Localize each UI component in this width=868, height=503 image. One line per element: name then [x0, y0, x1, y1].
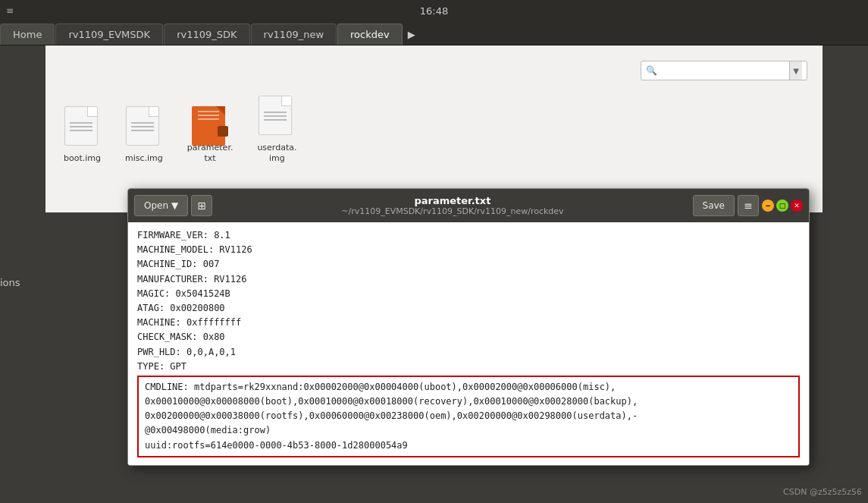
file-icon-misc-img — [126, 106, 162, 149]
editor-content[interactable]: FIRMWARE_VER: 8.1 MACHINE_MODEL: RV1126 … — [128, 222, 809, 465]
search-bar: 🔍 ▼ — [61, 61, 807, 80]
window-controls: − □ ✕ — [762, 200, 803, 212]
editor-line-2: MACHINE_MODEL: RV1126 — [137, 243, 800, 257]
file-item-misc-img[interactable]: misc.img — [122, 103, 166, 167]
tab-rv1109-sdk[interactable]: rv1109_SDK — [164, 24, 249, 45]
file-icon-parameter-txt — [192, 96, 228, 138]
file-label-parameter-txt: parameter.txt — [187, 143, 233, 165]
editor-title-bar: Open ▼ ⊞ parameter.txt ~/rv1109_EVMSDK/r… — [128, 189, 809, 222]
tab-rv1109-evmsdk-label: rv1109_EVMSDK — [68, 29, 150, 40]
save-button[interactable]: Save — [693, 195, 735, 216]
tab-rockdev[interactable]: rockdev — [337, 24, 403, 45]
editor-line-7: MACHINE: 0xffffffff — [137, 316, 800, 330]
file-item-userdata-img[interactable]: userdata.img — [254, 93, 299, 168]
editor-line-1: FIRMWARE_VER: 8.1 — [137, 228, 800, 243]
editor-line-3: MACHINE_ID: 007 — [137, 257, 800, 272]
editor-line-8: CHECK_MASK: 0x80 — [137, 330, 800, 344]
search-icon: 🔍 — [646, 65, 657, 76]
open-button[interactable]: Open ▼ — [134, 195, 188, 216]
maximize-button[interactable]: □ — [776, 200, 788, 212]
tab-rockdev-label: rockdev — [350, 29, 390, 40]
editor-line-10: TYPE: GPT — [137, 360, 800, 374]
menu-button[interactable]: ≡ — [738, 195, 759, 216]
editor-right-toolbar: Save ≡ − □ ✕ — [693, 195, 803, 216]
file-label-boot-img: boot.img — [64, 153, 101, 164]
menu-icon: ≡ — [6, 5, 14, 16]
search-container: 🔍 ▼ — [641, 61, 807, 80]
tab-rv1109-new[interactable]: rv1109_new — [251, 24, 337, 45]
search-dropdown-button[interactable]: ▼ — [789, 61, 802, 80]
watermark: CSDN @z5z5z5z56 — [783, 487, 862, 497]
file-label-userdata-img: userdata.img — [257, 143, 296, 165]
file-item-parameter-txt[interactable]: parameter.txt — [184, 93, 237, 168]
tab-rv1109-new-label: rv1109_new — [264, 29, 324, 40]
title-bar: ≡ 16:48 — [0, 0, 868, 21]
editor-cmdline-4: @0x00498000(media:grow) — [145, 423, 792, 438]
editor-title-section: parameter.txt ~/rv1109_EVMSDK/rv1109_SDK… — [212, 195, 692, 216]
tab-bar: Home rv1109_EVMSDK rv1109_SDK rv1109_new… — [0, 21, 868, 46]
editor-line-9: PWR_HLD: 0,0,A,0,1 — [137, 345, 800, 360]
search-input[interactable] — [660, 65, 789, 76]
minimize-button[interactable]: − — [762, 200, 774, 212]
title-bar-left: ≡ — [6, 5, 14, 16]
tab-rv1109-evmsdk[interactable]: rv1109_EVMSDK — [55, 24, 163, 45]
preview-icon: ⊞ — [197, 200, 206, 212]
editor-cmdline-2: 0x00010000@0x00008000(boot),0x00010000@0… — [145, 395, 792, 409]
file-grid: boot.img misc.img — [61, 93, 807, 168]
editor-line-6: ATAG: 0x00200800 — [137, 301, 800, 316]
open-dropdown-icon: ▼ — [171, 200, 178, 211]
editor-highlighted-section: CMDLINE: mtdparts=rk29xxnand:0x00002000@… — [137, 376, 800, 457]
editor-cmdline-3: 0x00200000@0x00038000(rootfs),0x00060000… — [145, 409, 792, 423]
hamburger-icon: ≡ — [744, 200, 753, 212]
editor-cmdline-5: uuid:rootfs=614e0000-0000-4b53-8000-1d28… — [145, 439, 792, 453]
file-icon-shape — [64, 106, 98, 146]
close-button[interactable]: ✕ — [791, 200, 803, 212]
file-browser: 🔍 ▼ boot.img — [45, 46, 823, 212]
title-bar-time: 16:48 — [420, 5, 448, 17]
editor-filename: parameter.txt — [414, 195, 490, 206]
file-icon-shape — [126, 106, 159, 146]
file-icon-userdata-img — [259, 96, 295, 138]
tab-home-label: Home — [13, 29, 42, 40]
file-item-boot-img[interactable]: boot.img — [61, 103, 104, 167]
editor-line-4: MANUFACTURER: RV1126 — [137, 272, 800, 287]
editor-path: ~/rv1109_EVMSDK/rv1109_SDK/rv1109_new/ro… — [341, 206, 563, 216]
open-label: Open — [144, 200, 168, 211]
preview-button[interactable]: ⊞ — [191, 195, 212, 216]
file-icon-shape — [259, 96, 292, 135]
save-label: Save — [703, 200, 725, 211]
editor-line-5: MAGIC: 0x5041524B — [137, 287, 800, 301]
editor-left-toolbar: Open ▼ ⊞ — [134, 195, 212, 216]
editor-dialog: Open ▼ ⊞ parameter.txt ~/rv1109_EVMSDK/r… — [127, 188, 810, 466]
tab-rv1109-sdk-label: rv1109_SDK — [177, 29, 237, 40]
tab-home[interactable]: Home — [0, 24, 55, 45]
sidebar-partial-label: ions — [0, 277, 20, 288]
file-icon-boot-img — [64, 106, 101, 149]
tab-more-button[interactable]: ▶ — [403, 24, 420, 45]
file-label-misc-img: misc.img — [125, 153, 163, 164]
editor-cmdline-1: CMDLINE: mtdparts=rk29xxnand:0x00002000@… — [145, 380, 792, 395]
